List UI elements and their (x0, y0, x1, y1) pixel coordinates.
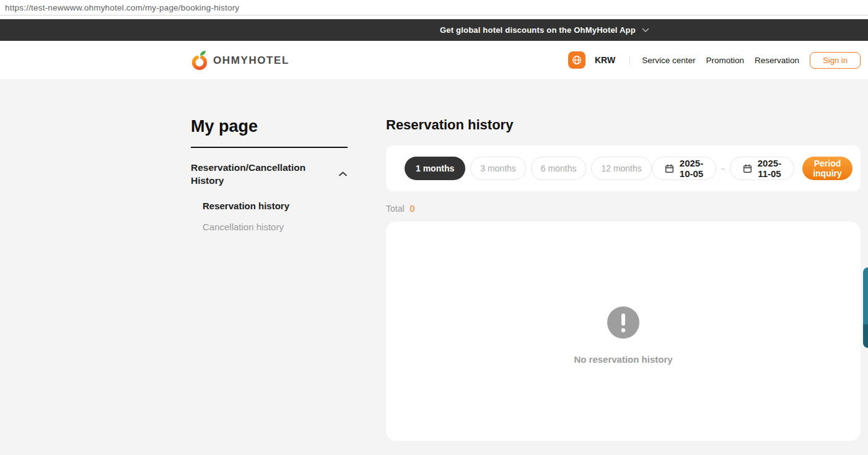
globe-icon (572, 55, 582, 65)
sidebar-section-label: Reservation/Cancellation History (191, 161, 318, 187)
date-from-field[interactable]: 2025-10-05 (652, 157, 716, 180)
nav-service-center[interactable]: Service center (642, 56, 695, 65)
total-row: Total 0 (386, 202, 861, 215)
date-to-value: 2025-11-05 (758, 158, 781, 179)
chevron-down-icon[interactable] (642, 28, 649, 33)
site-header: OHMYHOTEL KRW Service center Promotion R… (0, 41, 868, 79)
header-right: KRW Service center Promotion Reservation… (568, 41, 861, 79)
period-12-months-button[interactable]: 12 months (591, 157, 651, 180)
date-range-group: 2025-10-05 ~ 2025-11-05 Period inquiry (652, 157, 853, 180)
app-promo-banner[interactable]: Get global hotel discounts on the OhMyHo… (0, 19, 868, 41)
calendar-icon (743, 164, 752, 173)
browser-url-bar[interactable]: https://test-newwww.ohmyhotel.com/my-pag… (0, 0, 868, 15)
logo[interactable]: OHMYHOTEL (190, 50, 289, 71)
sidebar-divider (191, 147, 348, 148)
date-range-separator: ~ (721, 164, 726, 173)
reservation-list-panel: No reservation history (386, 222, 861, 441)
exclamation-circle-icon (607, 306, 639, 339)
browser-url-text: https://test-newwww.ohmyhotel.com/my-pag… (5, 3, 239, 12)
filter-bar: 1 months 3 months 6 months 12 months 202… (386, 145, 861, 191)
sign-in-button[interactable]: Sign in (810, 52, 861, 69)
period-6-months-button[interactable]: 6 months (531, 157, 587, 180)
date-to-field[interactable]: 2025-11-05 (730, 157, 794, 180)
period-1-months-button[interactable]: 1 months (405, 157, 465, 180)
currency-label[interactable]: KRW (595, 55, 615, 65)
header-divider (629, 56, 630, 65)
chevron-up-icon (338, 171, 348, 177)
sidebar-section-reservation-cancellation[interactable]: Reservation/Cancellation History (191, 161, 348, 187)
logo-wordmark: OHMYHOTEL (213, 54, 289, 66)
language-globe-button[interactable] (568, 51, 585, 69)
period-3-months-button[interactable]: 3 months (470, 157, 526, 180)
app-promo-text: Get global hotel discounts on the OhMyHo… (440, 25, 636, 35)
total-count: 0 (410, 204, 415, 214)
date-from-value: 2025-10-05 (680, 158, 703, 179)
calendar-icon (665, 164, 674, 173)
sidebar-item-cancellation-history[interactable]: Cancellation history (203, 222, 348, 232)
floating-side-tab[interactable] (863, 267, 868, 348)
total-label: Total (386, 204, 405, 214)
logo-orange-icon (190, 50, 209, 71)
sidebar-title: My page (191, 116, 348, 136)
empty-state: No reservation history (574, 306, 672, 365)
period-inquiry-button[interactable]: Period inquiry (802, 157, 853, 180)
page-background: My page Reservation/Cancellation History… (0, 79, 868, 455)
nav-promotion[interactable]: Promotion (706, 56, 744, 65)
page-title: Reservation history (386, 116, 861, 134)
my-page-sidebar: My page Reservation/Cancellation History… (191, 79, 348, 232)
empty-state-message: No reservation history (574, 354, 672, 365)
sidebar-item-reservation-history[interactable]: Reservation history (203, 201, 348, 211)
reservation-history-main: Reservation history 1 months 3 months 6 … (386, 79, 861, 441)
nav-reservation[interactable]: Reservation (755, 56, 799, 65)
